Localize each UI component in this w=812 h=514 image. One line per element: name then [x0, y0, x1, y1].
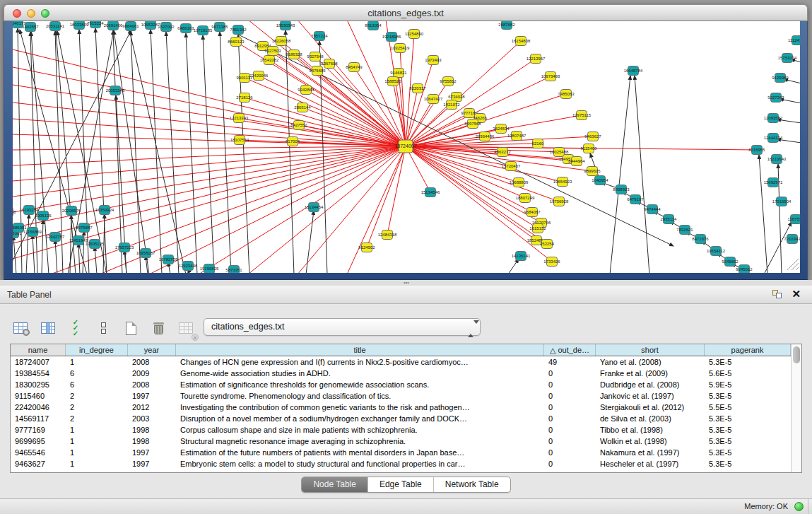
graph-node-label: 9115460: [581, 146, 598, 151]
close-panel-icon[interactable]: ✕: [792, 288, 801, 300]
table-row[interactable]: 946554611997Estimation of the future num…: [11, 447, 791, 458]
network-file-select[interactable]: citations_edges.txt: [204, 318, 481, 336]
table-cell: 18724007: [11, 356, 66, 368]
graph-node-label: 7851342: [230, 28, 247, 32]
table-cell: 2: [66, 413, 128, 424]
network-file-select-value: citations_edges.txt: [211, 322, 285, 332]
table-cell: 0: [544, 424, 596, 436]
table-cell: Franke et al. (2009): [596, 368, 705, 379]
graph-node-label: 8220317: [409, 86, 426, 90]
graph-node-label: 9671385: [211, 25, 228, 29]
column-header-pagerank[interactable]: pagerank: [705, 344, 791, 356]
table-cell: 1997: [128, 390, 176, 402]
graph-node-label: 1973493: [425, 58, 442, 62]
graph-node-label: 1615152: [529, 226, 546, 230]
table-scrollbar[interactable]: [791, 344, 801, 472]
graph-node-label: 9227343: [767, 95, 784, 100]
table-cell: 2: [66, 390, 128, 402]
table-cell: 1: [66, 356, 128, 368]
window-title: citations_edges.txt: [4, 8, 807, 18]
table-settings-icon[interactable]: [11, 319, 30, 337]
graph-node-label: 1167534: [788, 217, 800, 221]
graph-node-label: 10973493: [541, 74, 560, 78]
graph-node-label: 10647427: [424, 97, 443, 101]
node-table: namein_degreeyeartitle△ out_de…shortpage…: [10, 344, 802, 473]
window-titlebar[interactable]: citations_edges.txt: [4, 4, 808, 21]
scrollbar-thumb[interactable]: [793, 346, 800, 363]
table-cell: Genome-wide association studies in ADHD.: [176, 368, 544, 379]
column-header-title[interactable]: title: [176, 344, 544, 356]
float-panel-icon[interactable]: [772, 290, 782, 299]
delete-column-icon[interactable]: [149, 319, 167, 337]
table-tabs-row: Node TableEdge TableNetwork Table: [0, 477, 812, 493]
column-header-in_degree[interactable]: in_degree: [66, 344, 128, 356]
graph-node-label: 9327503: [264, 49, 281, 53]
row-height-icon[interactable]: [94, 319, 112, 337]
table-cell: Dudbridge et al. (2008): [596, 379, 705, 390]
graph-node-label: 20206576: [62, 209, 81, 213]
graph-node-label: 9884061: [122, 24, 139, 28]
table-cell: 5.9E-5: [705, 379, 791, 390]
graph-node-label: 18107554: [230, 138, 249, 142]
status-bar: Memory: OK: [0, 498, 812, 514]
table-row[interactable]: 946362711997Embryonic stem cells: a mode…: [11, 458, 791, 469]
graph-node-label: 9684067: [524, 210, 541, 214]
table-cell: Yano et al. (2008): [596, 356, 705, 368]
table-cell: Tourette syndrome. Phenomenology and cla…: [176, 390, 544, 402]
new-column-icon[interactable]: [122, 319, 140, 337]
table-cell: Embryonic stem cells: a model to study s…: [176, 458, 544, 469]
status-divider: [808, 499, 812, 514]
table-row[interactable]: 977716911998Corpus callosum shape and si…: [11, 424, 791, 436]
graph-node-label: 16154808: [512, 39, 531, 43]
graph-node-label: 7832621: [676, 228, 693, 232]
table-row[interactable]: 1830029562008Estimation of significance …: [11, 379, 791, 390]
table-cell: Hescheler et al. (1997): [596, 458, 705, 469]
column-header-short[interactable]: short: [596, 344, 705, 356]
table-cell: 0: [544, 436, 596, 447]
table-cell: 5.3E-5: [705, 447, 791, 458]
graph-node-label: 10025488: [550, 150, 569, 154]
table-header-row: namein_degreeyeartitle△ out_de…shortpage…: [11, 344, 791, 356]
table-cell: Nakamura et al. (1997): [596, 447, 705, 458]
column-header-out_de[interactable]: △ out_de…: [544, 344, 596, 356]
tab-node-table[interactable]: Node Table: [302, 477, 367, 492]
table-cell: Stergiakouli et al. (2012): [596, 402, 705, 413]
table-row[interactable]: 1872400712008Changes of HCN gene express…: [11, 356, 791, 368]
table-cell: 1997: [128, 447, 176, 458]
network-window: citations_edges.txt 20461731403557205311…: [4, 4, 808, 280]
table-cell: 0: [544, 458, 596, 469]
graph-node-label: 8444964: [568, 159, 585, 163]
graph-node-label: 15751074: [778, 56, 797, 60]
tab-edge-table[interactable]: Edge Table: [367, 477, 433, 492]
graph-node-label: 16782759: [159, 257, 178, 262]
graph-node-label: 5873351: [225, 268, 242, 272]
table-row[interactable]: 969969511998Structural magnetic resonanc…: [11, 436, 791, 447]
table-row[interactable]: 1938455462009Genome-wide association stu…: [11, 368, 791, 379]
graph-node-label: 917004: [286, 139, 300, 144]
graph-node-label: 8186328: [286, 52, 302, 57]
table-cell: 1: [66, 447, 128, 458]
tab-network-table[interactable]: Network Table: [433, 477, 510, 492]
table-row[interactable]: 2242004622012Investigating the contribut…: [11, 402, 791, 413]
table-cell: 9777169: [11, 424, 66, 436]
table-row[interactable]: 1456911722003Disruption of a novel membe…: [11, 413, 791, 424]
graph-node-label: 9245012: [736, 267, 753, 271]
citation-graph[interactable]: 2046173140355720531141160338097615224206…: [13, 21, 800, 273]
table-cell: Tibbo et al. (1998): [596, 424, 705, 436]
network-canvas[interactable]: 2046173140355720531141160338097615224206…: [13, 21, 800, 273]
column-header-year[interactable]: year: [128, 344, 176, 356]
graph-node-label: 9124502: [358, 245, 375, 250]
table-cell: 5.3E-5: [705, 424, 791, 436]
splitter-grip-icon[interactable]: •••: [402, 281, 411, 285]
table-row[interactable]: 911546021997Tourette syndrome. Phenomeno…: [11, 390, 791, 402]
graph-node-label: 8660123: [228, 40, 245, 44]
graph-node-label: 7857224: [311, 34, 328, 38]
table-cell: 9699695: [11, 436, 66, 447]
show-column-icon[interactable]: [39, 319, 57, 337]
graph-node-label: 19196825: [200, 267, 219, 271]
table-cell: Corpus callosum shape and size in male p…: [176, 424, 544, 436]
graph-node-label: 17957223: [115, 245, 134, 250]
panel-splitter[interactable]: •••: [0, 280, 812, 286]
select-columns-icon[interactable]: ✓✓✓: [66, 319, 85, 337]
column-header-name[interactable]: name: [11, 344, 66, 356]
